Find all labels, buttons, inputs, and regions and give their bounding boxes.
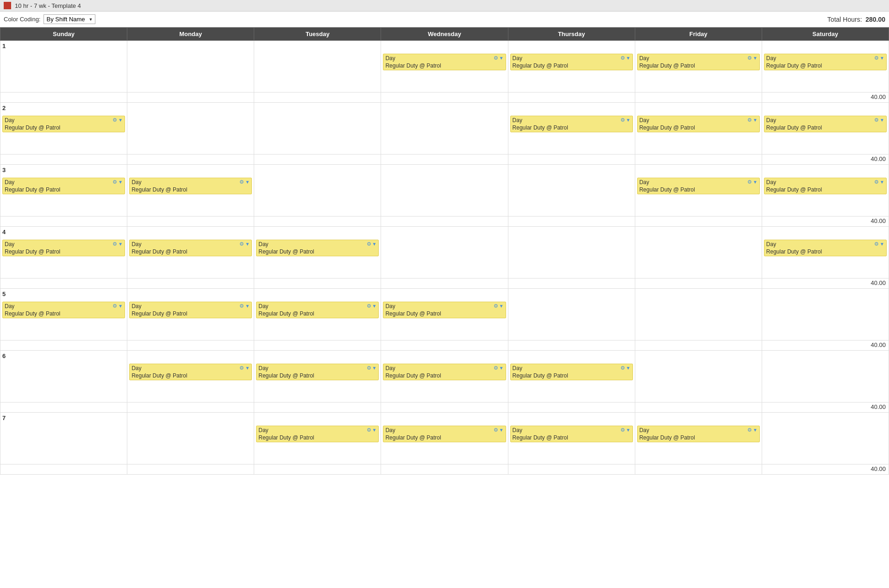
gear-icon[interactable]: ⚙ xyxy=(747,117,752,123)
week-1-hours-row: 40.00 xyxy=(0,93,889,103)
dropdown-arrow-icon[interactable]: ▼ xyxy=(118,303,123,309)
color-coding-select[interactable]: By Shift Name By Shift Type None xyxy=(44,14,95,24)
dropdown-arrow-icon[interactable]: ▼ xyxy=(880,179,884,185)
dropdown-arrow-icon[interactable]: ▼ xyxy=(372,427,377,433)
shift-card[interactable]: Day⚙▼Regular Duty @ Patrol xyxy=(764,54,887,70)
dropdown-arrow-icon[interactable]: ▼ xyxy=(753,179,758,185)
gear-icon[interactable]: ⚙ xyxy=(367,427,371,433)
gear-icon[interactable]: ⚙ xyxy=(494,427,498,433)
dropdown-arrow-icon[interactable]: ▼ xyxy=(372,241,377,247)
shift-card[interactable]: Day⚙▼Regular Duty @ Patrol xyxy=(129,178,252,194)
shift-card[interactable]: Day⚙▼Regular Duty @ Patrol xyxy=(129,240,252,256)
shift-name: Day xyxy=(385,427,395,433)
shift-name: Day xyxy=(5,117,14,124)
dropdown-arrow-icon[interactable]: ▼ xyxy=(372,303,377,309)
gear-icon[interactable]: ⚙ xyxy=(367,241,371,247)
shift-detail: Regular Duty @ Patrol xyxy=(385,62,503,69)
shift-card[interactable]: Day⚙▼Regular Duty @ Patrol xyxy=(510,426,633,442)
dropdown-arrow-icon[interactable]: ▼ xyxy=(753,118,758,123)
shift-card[interactable]: Day⚙▼Regular Duty @ Patrol xyxy=(510,364,633,380)
shift-card[interactable]: Day⚙▼Regular Duty @ Patrol xyxy=(637,54,760,70)
dropdown-arrow-icon[interactable]: ▼ xyxy=(626,118,631,123)
dropdown-arrow-icon[interactable]: ▼ xyxy=(499,427,504,433)
week-3-day-5: Day⚙▼Regular Duty @ Patrol xyxy=(635,175,762,217)
dropdown-arrow-icon[interactable]: ▼ xyxy=(118,241,123,247)
shift-detail: Regular Duty @ Patrol xyxy=(513,434,631,441)
shift-card[interactable]: Day⚙▼Regular Duty @ Patrol xyxy=(637,426,760,442)
dropdown-arrow-icon[interactable]: ▼ xyxy=(499,303,504,309)
shift-name: Day xyxy=(385,303,395,309)
gear-icon[interactable]: ⚙ xyxy=(113,241,117,247)
gear-icon[interactable]: ⚙ xyxy=(620,117,625,123)
shift-card[interactable]: Day⚙▼Regular Duty @ Patrol xyxy=(764,240,887,256)
gear-icon[interactable]: ⚙ xyxy=(747,55,752,61)
gear-icon[interactable]: ⚙ xyxy=(494,365,498,371)
week-3-number: 3 xyxy=(0,165,127,175)
shift-card[interactable]: Day⚙▼Regular Duty @ Patrol xyxy=(256,364,379,380)
shift-card[interactable]: Day⚙▼Regular Duty @ Patrol xyxy=(383,54,506,70)
dropdown-arrow-icon[interactable]: ▼ xyxy=(118,118,123,123)
dropdown-arrow-icon[interactable]: ▼ xyxy=(626,427,631,433)
shift-card[interactable]: Day⚙▼Regular Duty @ Patrol xyxy=(764,116,887,132)
dropdown-arrow-icon[interactable]: ▼ xyxy=(880,56,884,61)
gear-icon[interactable]: ⚙ xyxy=(747,179,752,185)
gear-icon[interactable]: ⚙ xyxy=(239,241,244,247)
week-5-data-row: Day⚙▼Regular Duty @ PatrolDay⚙▼Regular D… xyxy=(0,299,889,340)
shift-card[interactable]: Day⚙▼Regular Duty @ Patrol xyxy=(383,364,506,380)
shift-card[interactable]: Day⚙▼Regular Duty @ Patrol xyxy=(637,178,760,194)
dropdown-arrow-icon[interactable]: ▼ xyxy=(372,365,377,371)
shift-card[interactable]: Day⚙▼Regular Duty @ Patrol xyxy=(383,302,506,318)
shift-card[interactable]: Day⚙▼Regular Duty @ Patrol xyxy=(764,178,887,194)
shift-card[interactable]: Day⚙▼Regular Duty @ Patrol xyxy=(129,364,252,380)
gear-icon[interactable]: ⚙ xyxy=(620,55,625,61)
dropdown-arrow-icon[interactable]: ▼ xyxy=(626,365,631,371)
dropdown-arrow-icon[interactable]: ▼ xyxy=(499,365,504,371)
color-coding-label: Color Coding: xyxy=(4,16,41,23)
gear-icon[interactable]: ⚙ xyxy=(874,241,879,247)
dropdown-arrow-icon[interactable]: ▼ xyxy=(118,179,123,185)
shift-card[interactable]: Day⚙▼Regular Duty @ Patrol xyxy=(256,426,379,442)
shift-card[interactable]: Day⚙▼Regular Duty @ Patrol xyxy=(2,240,125,256)
gear-icon[interactable]: ⚙ xyxy=(367,303,371,309)
dropdown-arrow-icon[interactable]: ▼ xyxy=(245,179,250,185)
gear-icon[interactable]: ⚙ xyxy=(367,365,371,371)
shift-card[interactable]: Day⚙▼Regular Duty @ Patrol xyxy=(129,302,252,318)
dropdown-arrow-icon[interactable]: ▼ xyxy=(245,241,250,247)
dropdown-arrow-icon[interactable]: ▼ xyxy=(753,56,758,61)
gear-icon[interactable]: ⚙ xyxy=(113,303,117,309)
gear-icon[interactable]: ⚙ xyxy=(494,55,498,61)
shift-card[interactable]: Day⚙▼Regular Duty @ Patrol xyxy=(510,116,633,132)
gear-icon[interactable]: ⚙ xyxy=(620,427,625,433)
dropdown-arrow-icon[interactable]: ▼ xyxy=(880,118,884,123)
shift-card[interactable]: Day⚙▼Regular Duty @ Patrol xyxy=(256,302,379,318)
week-2-data-row: Day⚙▼Regular Duty @ PatrolDay⚙▼Regular D… xyxy=(0,113,889,155)
gear-icon[interactable]: ⚙ xyxy=(874,55,879,61)
gear-icon[interactable]: ⚙ xyxy=(239,303,244,309)
dropdown-arrow-icon[interactable]: ▼ xyxy=(880,241,884,247)
gear-icon[interactable]: ⚙ xyxy=(874,117,879,123)
gear-icon[interactable]: ⚙ xyxy=(239,179,244,185)
dropdown-arrow-icon[interactable]: ▼ xyxy=(753,427,758,433)
gear-icon[interactable]: ⚙ xyxy=(747,427,752,433)
week-5-hours-empty-3 xyxy=(381,340,508,351)
week-1-day-4: Day⚙▼Regular Duty @ Patrol xyxy=(508,51,635,93)
gear-icon[interactable]: ⚙ xyxy=(113,179,117,185)
shift-card[interactable]: Day⚙▼Regular Duty @ Patrol xyxy=(2,116,125,132)
gear-icon[interactable]: ⚙ xyxy=(113,117,117,123)
week-5-day-3: Day⚙▼Regular Duty @ Patrol xyxy=(381,299,508,340)
gear-icon[interactable]: ⚙ xyxy=(239,365,244,371)
shift-card[interactable]: Day⚙▼Regular Duty @ Patrol xyxy=(2,302,125,318)
gear-icon[interactable]: ⚙ xyxy=(494,303,498,309)
shift-card[interactable]: Day⚙▼Regular Duty @ Patrol xyxy=(2,178,125,194)
dropdown-arrow-icon[interactable]: ▼ xyxy=(499,56,504,61)
dropdown-arrow-icon[interactable]: ▼ xyxy=(245,303,250,309)
shift-card[interactable]: Day⚙▼Regular Duty @ Patrol xyxy=(383,426,506,442)
shift-card[interactable]: Day⚙▼Regular Duty @ Patrol xyxy=(637,116,760,132)
week-4-hours: 40.00 xyxy=(762,279,889,289)
shift-card[interactable]: Day⚙▼Regular Duty @ Patrol xyxy=(510,54,633,70)
gear-icon[interactable]: ⚙ xyxy=(874,179,879,185)
gear-icon[interactable]: ⚙ xyxy=(620,365,625,371)
dropdown-arrow-icon[interactable]: ▼ xyxy=(626,56,631,61)
shift-card[interactable]: Day⚙▼Regular Duty @ Patrol xyxy=(256,240,379,256)
dropdown-arrow-icon[interactable]: ▼ xyxy=(245,365,250,371)
